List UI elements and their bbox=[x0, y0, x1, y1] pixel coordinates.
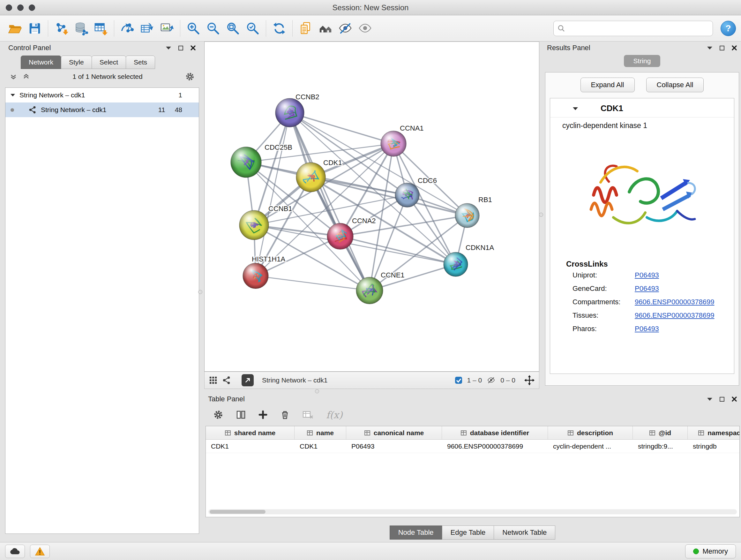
edge-CCNB2-HIST1H1A[interactable] bbox=[256, 113, 290, 276]
save-session-button[interactable] bbox=[25, 18, 45, 39]
column-header-canonical-name[interactable]: canonical name bbox=[346, 426, 442, 439]
string-tab-badge[interactable]: String bbox=[624, 55, 661, 67]
selected-checkbox-icon[interactable] bbox=[455, 376, 463, 384]
column-header-shared-name[interactable]: shared name bbox=[206, 426, 294, 439]
close-panel-icon[interactable] bbox=[731, 45, 737, 51]
home-networks-button[interactable] bbox=[316, 18, 335, 39]
table-cell[interactable]: CDK1 bbox=[206, 440, 294, 453]
tab-sets[interactable]: Sets bbox=[126, 56, 155, 69]
node-CCNA2[interactable] bbox=[327, 223, 353, 249]
hidden-eye-slash-icon[interactable] bbox=[486, 376, 496, 384]
column-header-namespace[interactable]: namespace bbox=[688, 426, 740, 439]
tab-network[interactable]: Network bbox=[21, 56, 61, 69]
tab-select[interactable]: Select bbox=[91, 56, 126, 69]
zoom-out-button[interactable] bbox=[203, 18, 223, 39]
table-cell[interactable]: stringdb bbox=[688, 440, 740, 453]
search-input[interactable] bbox=[568, 24, 709, 32]
node-CDK1[interactable] bbox=[296, 163, 326, 192]
node-CCNA1[interactable] bbox=[381, 131, 406, 157]
edge-CCNB2-CCNA1[interactable] bbox=[290, 113, 394, 144]
network-row-selected[interactable]: String Network – cdk1 11 48 bbox=[5, 103, 199, 117]
float-panel-icon[interactable] bbox=[720, 397, 724, 401]
node-RB1[interactable] bbox=[455, 203, 479, 228]
table-cell[interactable]: P06493 bbox=[346, 440, 442, 453]
node-HIST1H1A[interactable] bbox=[243, 263, 268, 289]
add-column-plus-icon[interactable] bbox=[259, 410, 267, 419]
column-header-name[interactable]: name bbox=[294, 426, 346, 439]
vertical-splitter-handle[interactable] bbox=[539, 212, 543, 217]
delete-column-trash-icon[interactable] bbox=[280, 410, 290, 420]
tab-node-table[interactable]: Node Table bbox=[390, 525, 442, 540]
node-CDC6[interactable] bbox=[395, 183, 419, 207]
disclosure-triangle-icon[interactable] bbox=[10, 94, 15, 97]
table-cell[interactable]: 9606.ENSP00000378699 bbox=[442, 440, 548, 453]
gear-icon[interactable] bbox=[185, 72, 195, 81]
new-network-from-selection-button[interactable] bbox=[118, 18, 137, 39]
crosslink-value-link[interactable]: P06493 bbox=[635, 271, 659, 279]
tab-style[interactable]: Style bbox=[61, 56, 92, 69]
search-box[interactable] bbox=[553, 21, 713, 36]
table-cell[interactable]: CDK1 bbox=[294, 440, 346, 453]
copy-document-button[interactable] bbox=[296, 18, 316, 39]
column-header-database-identifier[interactable]: database identifier bbox=[442, 426, 548, 439]
node-CDC25B[interactable] bbox=[231, 147, 261, 178]
network-canvas[interactable]: CCNB2CCNA1CDC25BCDK1CDC6RB1CCNB1CCNA2CDK… bbox=[204, 42, 539, 372]
collapse-all-button[interactable]: Collapse All bbox=[646, 78, 704, 92]
edge-HIST1H1A-CCNE1[interactable] bbox=[256, 276, 369, 291]
maximize-window-button[interactable] bbox=[29, 4, 35, 11]
collapse-section-icon[interactable] bbox=[572, 107, 578, 111]
memory-button[interactable]: Memory bbox=[685, 544, 736, 558]
network-overview-icon[interactable] bbox=[222, 376, 231, 384]
close-panel-icon[interactable] bbox=[190, 45, 196, 51]
collapse-all-icon[interactable] bbox=[10, 73, 17, 80]
crosslink-value-link[interactable]: 9606.ENSP00000378699 bbox=[635, 298, 715, 306]
crosslink-value-link[interactable]: P06493 bbox=[635, 285, 659, 293]
table-cell[interactable]: stringdb:9... bbox=[633, 440, 688, 453]
hide-graphics-details-button[interactable] bbox=[335, 18, 355, 39]
export-image-button[interactable] bbox=[157, 18, 177, 39]
scrollbar-thumb[interactable] bbox=[210, 510, 266, 514]
network-collection-row[interactable]: String Network – cdk1 1 bbox=[5, 88, 199, 103]
grid-view-icon[interactable] bbox=[209, 376, 217, 384]
zoom-fit-button[interactable] bbox=[223, 18, 243, 39]
help-button[interactable]: ? bbox=[721, 21, 736, 36]
expand-all-icon[interactable] bbox=[22, 73, 30, 80]
column-header-description[interactable]: description bbox=[548, 426, 633, 439]
node-CCNE1[interactable] bbox=[356, 277, 383, 304]
import-network-from-file-button[interactable] bbox=[51, 18, 71, 39]
minimize-window-button[interactable] bbox=[17, 4, 23, 11]
export-table-button[interactable] bbox=[137, 18, 157, 39]
warnings-button[interactable] bbox=[30, 545, 50, 558]
import-network-from-database-button[interactable] bbox=[71, 18, 91, 39]
network-graph[interactable]: CCNB2CCNA1CDC25BCDK1CDC6RB1CCNB1CCNA2CDK… bbox=[205, 42, 539, 371]
protein-header[interactable]: CDK1 bbox=[550, 98, 734, 118]
expand-all-button[interactable]: Expand All bbox=[581, 78, 635, 92]
show-columns-icon[interactable] bbox=[236, 410, 246, 420]
crosslink-value-link[interactable]: 9606.ENSP00000378699 bbox=[635, 311, 715, 320]
node-CDKN1A[interactable] bbox=[444, 252, 468, 276]
panel-menu-icon[interactable] bbox=[707, 46, 713, 50]
panel-menu-icon[interactable] bbox=[165, 46, 172, 50]
pan-crosshair-icon[interactable] bbox=[524, 375, 535, 385]
show-graphics-details-button[interactable] bbox=[355, 18, 375, 39]
float-panel-icon[interactable] bbox=[179, 46, 183, 51]
horizontal-scrollbar[interactable] bbox=[208, 509, 737, 514]
close-window-button[interactable] bbox=[6, 4, 12, 11]
close-panel-icon[interactable] bbox=[731, 396, 737, 402]
float-panel-icon[interactable] bbox=[720, 46, 724, 51]
node-CCNB1[interactable] bbox=[239, 210, 269, 240]
panel-menu-icon[interactable] bbox=[707, 397, 713, 401]
import-table-from-file-button[interactable] bbox=[91, 18, 111, 39]
tab-network-table[interactable]: Network Table bbox=[494, 525, 555, 540]
column-header--id[interactable]: @id bbox=[633, 426, 688, 439]
zoom-in-button[interactable] bbox=[184, 18, 203, 39]
table-cell[interactable]: cyclin-dependent ... bbox=[548, 440, 633, 453]
node-CCNB2[interactable] bbox=[275, 98, 304, 127]
refresh-view-button[interactable] bbox=[269, 18, 289, 39]
crosslink-value-link[interactable]: P06493 bbox=[635, 325, 659, 333]
table-settings-gear-icon[interactable] bbox=[213, 410, 223, 420]
edge-CCNB2-CCNE1[interactable] bbox=[290, 113, 369, 291]
detach-view-button[interactable] bbox=[242, 374, 254, 386]
cloud-status-button[interactable] bbox=[5, 545, 25, 558]
table-row[interactable]: CDK1CDK1P064939606.ENSP00000378699cyclin… bbox=[206, 440, 739, 453]
